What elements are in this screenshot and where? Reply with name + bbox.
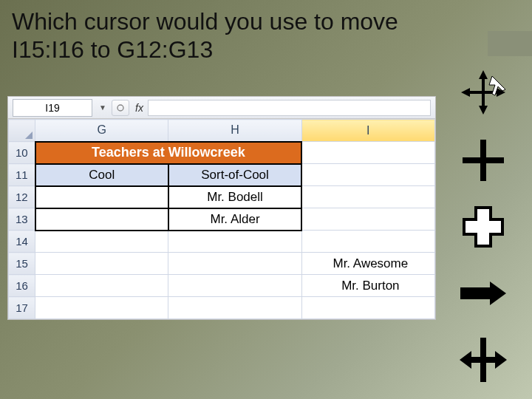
name-box-dropdown-icon[interactable]: ▼	[97, 100, 109, 116]
cell-h17[interactable]	[168, 297, 301, 319]
slide-accent	[488, 31, 532, 56]
svg-rect-4	[463, 157, 504, 163]
cell-g13[interactable]	[35, 208, 168, 231]
svg-marker-5	[460, 282, 506, 305]
row-header-14[interactable]: 14	[9, 231, 35, 253]
move-cursor-icon	[455, 69, 511, 119]
option-thin-plus-cursor[interactable]	[454, 134, 513, 186]
spreadsheet-grid: G H I 10 Teachers at Willowcreek 11 Cool…	[8, 119, 435, 319]
question-line2: I15:I16 to G12:G13	[12, 36, 213, 63]
cell-title[interactable]: Teachers at Willowcreek	[35, 142, 302, 164]
name-box[interactable]: I19	[13, 99, 92, 117]
svg-point-0	[117, 105, 123, 111]
cell-h11[interactable]: Sort-of-Cool	[168, 164, 301, 186]
question-text: Which cursor would you use to move I15:I…	[0, 0, 532, 69]
select-all-corner[interactable]	[9, 120, 35, 142]
row-header-13[interactable]: 13	[9, 208, 35, 231]
thin-plus-cursor-icon	[460, 137, 507, 184]
cell-h13[interactable]: Mr. Alder	[168, 208, 301, 231]
cell-h16[interactable]	[168, 275, 301, 297]
option-resize-cursor[interactable]	[454, 334, 513, 386]
row-header-16[interactable]: 16	[9, 275, 35, 297]
row-header-12[interactable]: 12	[9, 186, 35, 208]
right-arrow-cursor-icon	[457, 279, 509, 308]
row-header-10[interactable]: 10	[9, 142, 35, 164]
fat-plus-cursor-icon	[460, 203, 507, 250]
cell-g17[interactable]	[35, 297, 168, 319]
cell-i17[interactable]	[301, 297, 434, 319]
svg-marker-1	[461, 70, 505, 115]
excel-screenshot: I19 ▼ fx G H I 10 Teachers at Willowcree…	[7, 96, 436, 320]
circle-icon	[117, 104, 124, 112]
cell-h14[interactable]	[168, 231, 301, 253]
cell-i16[interactable]: Mr. Burton	[301, 275, 434, 297]
cell-g15[interactable]	[35, 253, 168, 275]
cell-g16[interactable]	[35, 275, 168, 297]
question-line1: Which cursor would you use to move	[12, 8, 398, 35]
col-header-i[interactable]: I	[301, 120, 434, 142]
option-right-arrow-cursor[interactable]	[454, 267, 513, 319]
cell-i11[interactable]	[301, 164, 434, 186]
cell-h12[interactable]: Mr. Bodell	[168, 186, 301, 208]
cell-i10[interactable]	[301, 142, 434, 164]
cell-i12[interactable]	[301, 186, 434, 208]
option-fat-plus-cursor[interactable]	[454, 201, 513, 253]
cell-i15[interactable]: Mr. Awesome	[301, 253, 434, 275]
col-header-h[interactable]: H	[168, 120, 301, 142]
option-move-cursor[interactable]	[454, 68, 513, 120]
cell-i14[interactable]	[301, 231, 434, 253]
cursor-options	[448, 68, 519, 386]
corner-triangle-icon	[25, 132, 33, 139]
formula-input[interactable]	[148, 100, 431, 116]
cell-h15[interactable]	[168, 253, 301, 275]
formula-bar: I19 ▼ fx	[8, 97, 435, 119]
cell-g14[interactable]	[35, 231, 168, 253]
row-header-11[interactable]: 11	[9, 164, 35, 186]
col-header-g[interactable]: G	[35, 120, 168, 142]
resize-cursor-icon	[457, 333, 510, 386]
cell-i13[interactable]	[301, 208, 434, 231]
cell-g12[interactable]	[35, 186, 168, 208]
row-header-15[interactable]: 15	[9, 253, 35, 275]
fx-label[interactable]: fx	[135, 102, 143, 114]
cancel-formula-button[interactable]	[112, 100, 129, 116]
cell-g11[interactable]: Cool	[35, 164, 168, 186]
row-header-17[interactable]: 17	[9, 297, 35, 319]
